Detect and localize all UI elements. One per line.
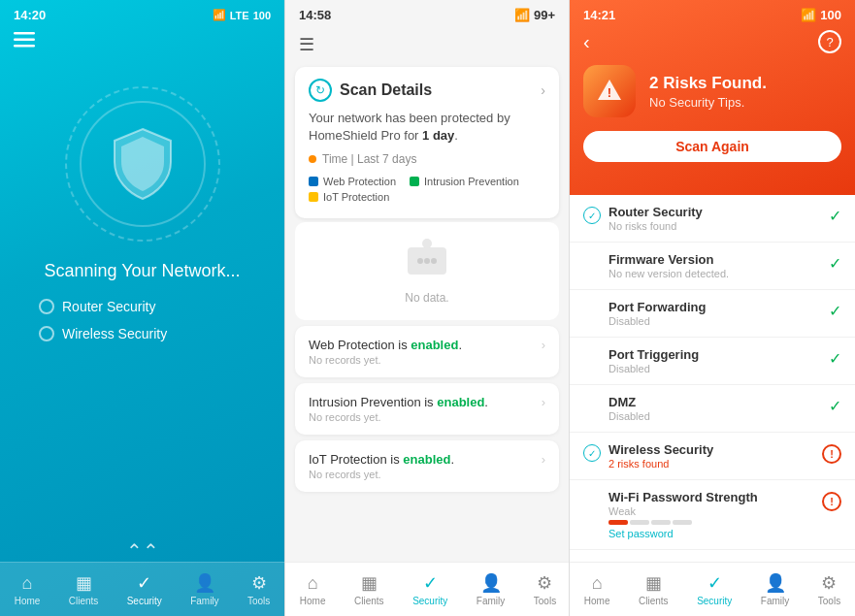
help-button[interactable]: ?: [818, 30, 841, 53]
panel2-scroll: ↻ Scan Details › Your network has been p…: [285, 63, 569, 616]
home-icon-1: ⌂: [22, 573, 33, 594]
scan-text: Scanning Your Network...: [44, 261, 240, 281]
list-item[interactable]: DMZ Disabled ✓: [570, 385, 855, 433]
intrusion-subtitle: No records yet.: [309, 411, 545, 423]
time-row: Time | Last 7 days: [309, 152, 545, 166]
nav-clients-3[interactable]: ▦ Clients: [639, 572, 669, 606]
nav-tools-3[interactable]: ⚙ Tools: [818, 572, 840, 606]
clients-icon-3: ▦: [645, 572, 662, 594]
list-item-content: Port Triggering Disabled: [608, 347, 821, 374]
nav-home-2[interactable]: ⌂ Home: [300, 573, 326, 606]
status-bar-3: 14:21 📶 100: [570, 0, 855, 26]
warn-icon: !: [822, 444, 841, 464]
time-dot: [309, 155, 316, 163]
battery-1: 100: [253, 10, 271, 21]
feature-card-intrusion[interactable]: Intrusion Prevention is enabled. › No re…: [295, 383, 559, 435]
hamburger-1[interactable]: [0, 26, 284, 57]
scroll-up-icon[interactable]: ⌃⌃: [126, 539, 159, 563]
scan-details-title-row: ↻ Scan Details ›: [309, 79, 545, 102]
check-icon: ✓: [829, 398, 841, 414]
battery-3: 100: [820, 8, 841, 22]
expand-icon[interactable]: ✓: [583, 207, 601, 224]
risk-area: ! 2 Risks Found. No Security Tips.: [570, 61, 855, 131]
scan-again-button[interactable]: Scan Again: [583, 131, 841, 162]
nav-clients-1[interactable]: ▦ Clients: [69, 572, 99, 606]
bar-seg-2: [630, 520, 649, 525]
bottom-nav-3: ⌂ Home ▦ Clients ✓ Security 👤 Family ⚙ T…: [570, 562, 855, 616]
list-item-status: ✓: [829, 207, 841, 225]
family-icon-1: 👤: [194, 572, 215, 594]
expand-icon[interactable]: ✓: [583, 444, 601, 462]
list-item-subtitle: Disabled: [608, 410, 821, 422]
nav-security-2[interactable]: ✓ Security: [412, 572, 447, 606]
signal-icon: 📶: [213, 9, 226, 21]
scan-details-chevron[interactable]: ›: [541, 82, 545, 98]
nav-home-label-3: Home: [584, 596, 610, 606]
nav-clients-2[interactable]: ▦ Clients: [354, 572, 384, 606]
list-item-status: ✓: [829, 349, 841, 368]
nav-family-3[interactable]: 👤 Family: [761, 572, 789, 606]
status-bar-2: 14:58 📶 99+: [285, 0, 569, 26]
nav-family-1[interactable]: 👤 Family: [190, 572, 218, 606]
list-item[interactable]: ✓ Router Security No risks found ✓: [570, 195, 855, 243]
time-label: Time | Last 7 days: [322, 152, 416, 166]
iot-subtitle: No records yet.: [309, 469, 545, 480]
signal-icon-3: 📶: [801, 8, 816, 22]
legend-row-2: IoT Protection: [309, 191, 545, 203]
nav-security-3[interactable]: ✓ Security: [697, 572, 732, 606]
list-item-title: DMZ: [608, 395, 821, 409]
nav-home-label-2: Home: [300, 596, 326, 606]
bottom-nav-1: ⌂ Home ▦ Clients ✓ Security 👤 Family ⚙ T…: [0, 562, 284, 616]
security-icon-2: ✓: [423, 572, 438, 594]
hamburger-2[interactable]: ☰: [299, 34, 314, 55]
svg-rect-1: [14, 39, 35, 42]
scan-items-list: Router Security Wireless Security: [0, 299, 284, 341]
list-item-content: DMZ Disabled: [608, 395, 821, 422]
list-item-subtitle: 2 risks found: [608, 458, 814, 470]
risk-found-text: 2 Risks Found.: [649, 74, 767, 93]
legend-iot-label: IoT Protection: [323, 191, 389, 203]
list-item[interactable]: ✓ Wireless Security 2 risks found !: [570, 433, 855, 480]
status-icons-1: 📶 LTE 100: [213, 9, 271, 21]
feature-card-web[interactable]: Web Protection is enabled. › No records …: [295, 326, 559, 377]
security-icon-1: ✓: [137, 572, 151, 594]
nav-home-label-1: Home: [15, 596, 41, 606]
action-link[interactable]: Set password: [608, 528, 814, 539]
bottom-nav-2: ⌂ Home ▦ Clients ✓ Security 👤 Family ⚙ T…: [285, 562, 570, 616]
list-item[interactable]: Wi-Fi Password Strength Weak Set passwor…: [570, 480, 855, 550]
scan-details-title: Scan Details: [340, 81, 432, 99]
nav-tools-1[interactable]: ⚙ Tools: [247, 572, 270, 606]
nav-clients-label-2: Clients: [354, 596, 384, 606]
wifi-bar: [608, 520, 814, 525]
list-item-title: Router Security: [608, 205, 821, 219]
nav-family-2[interactable]: 👤 Family: [477, 572, 505, 606]
list-item[interactable]: Firmware Version No new version detected…: [570, 243, 855, 290]
feature-card-iot[interactable]: IoT Protection is enabled. › No records …: [295, 440, 559, 492]
scan-details-icon: ↻: [309, 79, 332, 102]
scan-details-title-left: ↻ Scan Details: [309, 79, 432, 102]
nav-security-1[interactable]: ✓ Security: [127, 572, 162, 606]
home-icon-2: ⌂: [308, 573, 318, 594]
legend-dot-web: [309, 177, 318, 186]
nav-tools-2[interactable]: ⚙ Tools: [534, 572, 556, 606]
feature-row-iot: IoT Protection is enabled. ›: [309, 452, 545, 467]
check-icon: ✓: [829, 303, 841, 319]
nav-home-1[interactable]: ⌂ Home: [15, 573, 41, 606]
list-item[interactable]: Port Triggering Disabled ✓: [570, 338, 855, 385]
nodata-area: No data.: [295, 222, 559, 320]
list-item-status: ✓: [829, 397, 841, 415]
nodata-icon: [403, 238, 451, 285]
back-button[interactable]: ‹: [583, 31, 590, 53]
tools-icon-3: ⚙: [821, 572, 837, 594]
nav-clients-label-1: Clients: [69, 596, 99, 606]
list-item[interactable]: Port Forwarding Disabled ✓: [570, 290, 855, 338]
web-subtitle: No records yet.: [309, 354, 545, 366]
feature-row-intrusion: Intrusion Prevention is enabled. ›: [309, 395, 545, 409]
nav-family-label-3: Family: [761, 596, 789, 606]
nav-home-3[interactable]: ⌂ Home: [584, 573, 610, 606]
check-icon: ✓: [829, 350, 841, 367]
panel-scanning: 14:20 📶 LTE 100 Scanning Your Network...…: [0, 0, 284, 616]
scan-item-router: Router Security: [39, 299, 246, 314]
list-item-content: Wireless Security 2 risks found: [608, 442, 814, 470]
desc-suffix: .: [454, 128, 458, 143]
